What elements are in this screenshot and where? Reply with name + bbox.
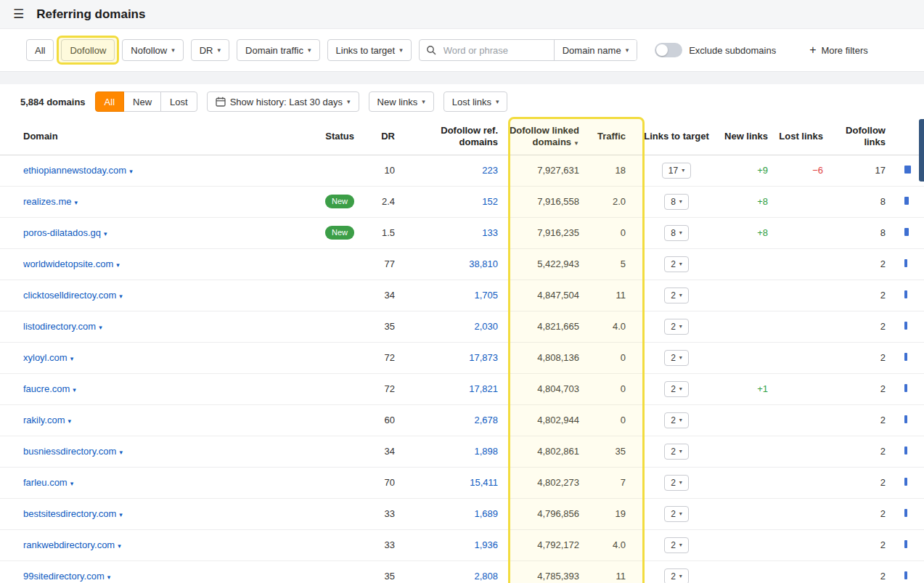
dofollow-ref-domains-link[interactable]: 1,898: [474, 446, 498, 457]
links-to-target-dropdown[interactable]: 2▾: [664, 537, 689, 553]
domain-link[interactable]: ethiopiannewstoday.com▾: [23, 165, 133, 176]
domain-link[interactable]: 99sitedirectory.com▾: [23, 571, 110, 582]
links-to-target-dropdown[interactable]: 2▾: [664, 568, 689, 583]
col-header-dofollow-links[interactable]: Dofollow links: [833, 119, 896, 155]
links-to-target-dropdown[interactable]: 2▾: [664, 256, 689, 272]
table-wrap: Domain Status DR Dofollow ref. domains D…: [0, 119, 924, 583]
links-to-target-dropdown[interactable]: 2▾: [664, 475, 689, 491]
referring-domains-table: Domain Status DR Dofollow ref. domains D…: [0, 119, 924, 583]
links-to-target-dropdown[interactable]: 17▾: [662, 163, 691, 179]
filter-domain-traffic-dropdown[interactable]: Domain traffic ▾: [237, 39, 320, 61]
sort-desc-icon: ▼: [573, 140, 579, 147]
col-header-domain[interactable]: Domain: [0, 119, 314, 155]
lost-links-dropdown[interactable]: Lost links ▾: [443, 91, 508, 112]
dofollow-ref-domains-link[interactable]: 1,705: [474, 290, 498, 301]
chevron-down-icon: ▾: [679, 199, 682, 205]
dofollow-links-value: 2: [833, 311, 896, 342]
links-to-target-dropdown[interactable]: 2▾: [664, 288, 689, 303]
filter-dr-dropdown[interactable]: DR ▾: [191, 39, 229, 61]
col-header-links-to-target[interactable]: Links to target: [636, 119, 717, 155]
dr-value: 60: [364, 404, 405, 436]
filter-nofollow-label: Nofollow: [131, 45, 167, 56]
chevron-down-icon: ▾: [496, 99, 499, 105]
filter-links-to-target-dropdown[interactable]: Links to target ▾: [327, 39, 412, 61]
search-input[interactable]: [438, 40, 554, 60]
col-header-dr[interactable]: DR: [364, 119, 405, 155]
domain-link[interactable]: worldwidetopsite.com▾: [23, 258, 120, 269]
hamburger-icon: ☰: [13, 7, 24, 21]
dofollow-ref-domains-link[interactable]: 2,030: [474, 321, 498, 332]
col-header-dofollow-ref-domains[interactable]: Dofollow ref. domains: [405, 119, 508, 155]
lost-links-label: Lost links: [452, 97, 491, 107]
col-header-new-links[interactable]: New links: [717, 119, 778, 155]
dofollow-ref-domains-link[interactable]: 133: [482, 227, 498, 238]
lost-links-value: −6: [812, 165, 823, 176]
domains-count: 5,884 domains: [20, 97, 86, 107]
search-field-selector[interactable]: Domain name ▾: [554, 40, 637, 60]
links-to-target-dropdown[interactable]: 2▾: [664, 350, 689, 366]
domain-link[interactable]: listodirectory.com▾: [23, 321, 102, 332]
domain-link[interactable]: clicktoselldirectoy.com▾: [23, 290, 123, 301]
domain-link[interactable]: faucre.com▾: [23, 383, 76, 394]
domain-link[interactable]: poros-dilatados.gq▾: [23, 227, 107, 238]
links-to-target-dropdown[interactable]: 2▾: [664, 412, 689, 428]
scrollbar-thumb[interactable]: [919, 119, 924, 182]
col-header-dofollow-linked-domains[interactable]: Dofollow linked domains▼: [508, 119, 589, 155]
dofollow-ref-domains-link[interactable]: 17,821: [469, 383, 498, 394]
traffic-value: 0: [589, 217, 636, 248]
filter-dofollow-button[interactable]: Dofollow: [61, 39, 115, 61]
chevron-down-icon: ▾: [68, 417, 72, 425]
filter-nofollow-dropdown[interactable]: Nofollow ▾: [122, 39, 183, 61]
dofollow-linked-domains-value: 7,916,235: [508, 217, 589, 248]
domain-link[interactable]: farleu.com▾: [23, 477, 73, 488]
table-row: bestsitesdirectory.com▾ 33 1,689 4,796,8…: [0, 498, 924, 529]
segment-new[interactable]: New: [123, 91, 161, 112]
new-links-dropdown[interactable]: New links ▾: [369, 91, 434, 112]
dofollow-ref-domains-link[interactable]: 15,411: [470, 477, 498, 488]
dofollow-ref-domains-link[interactable]: 2,808: [474, 571, 498, 582]
dofollow-ref-domains-link[interactable]: 2,678: [474, 415, 498, 425]
chevron-down-icon: ▾: [682, 168, 684, 174]
chevron-down-icon: ▾: [679, 324, 682, 330]
show-history-dropdown[interactable]: Show history: Last 30 days ▾: [207, 91, 359, 112]
links-to-target-dropdown[interactable]: 2▾: [664, 319, 689, 335]
domain-link[interactable]: busniessdirectory.com▾: [23, 446, 123, 457]
domain-link[interactable]: bestsitesdirectory.com▾: [23, 508, 123, 519]
links-to-target-dropdown[interactable]: 2▾: [664, 381, 689, 397]
dofollow-ref-domains-link[interactable]: 223: [482, 165, 498, 176]
filter-bar: All Dofollow Nofollow ▾ DR ▾ Domain traf…: [0, 29, 924, 71]
col-header-lost-links[interactable]: Lost links: [778, 119, 833, 155]
toggle-knob: [656, 44, 668, 56]
exclude-subdomains-toggle[interactable]: [655, 43, 682, 57]
segment-all[interactable]: All: [95, 91, 124, 112]
chevron-down-icon: ▾: [119, 293, 123, 300]
links-to-target-dropdown[interactable]: 2▾: [664, 506, 689, 522]
domain-link[interactable]: rankwebdirectory.com▾: [23, 539, 121, 550]
dofollow-ref-domains-link[interactable]: 1,936: [474, 539, 498, 550]
chevron-down-icon: ▾: [679, 293, 682, 298]
col-header-status[interactable]: Status: [314, 119, 364, 155]
domain-link[interactable]: xyloyl.com▾: [23, 352, 73, 363]
dofollow-linked-domains-value: 4,802,273: [508, 467, 589, 498]
links-to-target-dropdown[interactable]: 8▾: [664, 225, 689, 241]
domain-link[interactable]: realizes.me▾: [23, 196, 78, 207]
dofollow-ref-domains-link[interactable]: 38,810: [469, 258, 498, 269]
links-to-target-dropdown[interactable]: 2▾: [664, 444, 689, 460]
dofollow-ref-domains-link[interactable]: 17,873: [469, 352, 498, 363]
table-header-row: Domain Status DR Dofollow ref. domains D…: [0, 119, 924, 155]
dofollow-links-bar: [904, 166, 911, 174]
more-filters-button[interactable]: + More filters: [805, 44, 872, 57]
table-row: 99sitedirectory.com▾ 35 2,808 4,785,393 …: [0, 560, 924, 583]
dofollow-links-bar: [904, 478, 907, 486]
filter-dofollow-label: Dofollow: [70, 45, 106, 56]
traffic-value: 0: [589, 373, 636, 404]
domain-link[interactable]: rakily.com▾: [23, 415, 71, 425]
segment-lost[interactable]: Lost: [160, 91, 197, 112]
dofollow-linked-domains-value: 4,821,665: [508, 311, 589, 342]
hamburger-menu-button[interactable]: ☰: [10, 7, 27, 22]
dofollow-ref-domains-link[interactable]: 1,689: [474, 508, 498, 519]
filter-all-button[interactable]: All: [26, 39, 54, 61]
col-header-traffic[interactable]: Traffic: [589, 119, 636, 155]
dofollow-ref-domains-link[interactable]: 152: [482, 196, 498, 207]
links-to-target-dropdown[interactable]: 8▾: [664, 194, 689, 210]
